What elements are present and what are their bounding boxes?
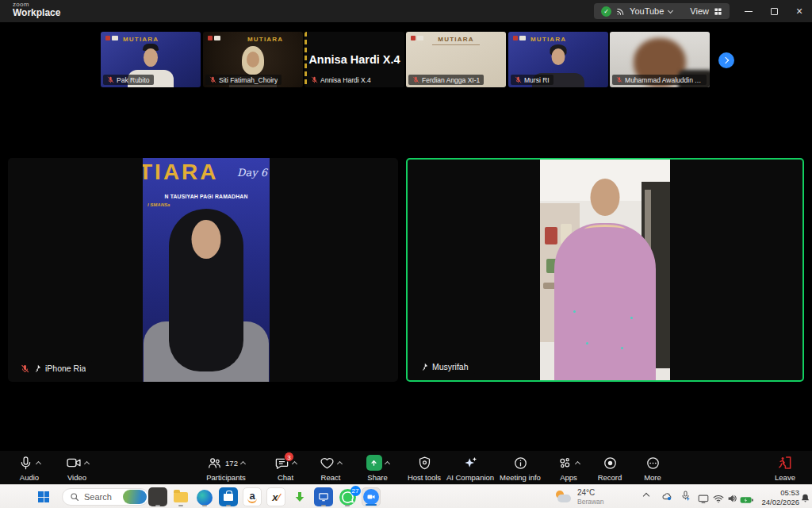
taskbar-search[interactable]: Search — [62, 488, 149, 506]
chevron-up-icon[interactable] — [384, 461, 389, 467]
live-stream-pill[interactable]: ✓ YouTube View — [594, 3, 730, 19]
next-participants-button[interactable] — [718, 52, 734, 68]
video-button[interactable]: Video — [44, 455, 110, 482]
pin-icon — [420, 363, 428, 371]
microsoft-store-icon[interactable] — [219, 487, 238, 506]
active-app-indicator — [366, 504, 377, 506]
monitor-icon — [318, 491, 329, 502]
download-manager-icon[interactable] — [290, 487, 309, 506]
muted-mic-icon — [515, 76, 522, 83]
participant-name-label: Muhammad Awaluddin Akb... — [612, 75, 707, 85]
file-explorer-icon[interactable] — [171, 487, 190, 506]
taskbar-weather-widget[interactable]: 24°C Berawan — [555, 488, 604, 506]
more-icon — [645, 456, 661, 471]
titlebar: zoom Workplace ✓ YouTube View × — [0, 0, 812, 22]
restore-icon — [771, 8, 778, 15]
open-app-indicator — [155, 505, 160, 506]
tray-expand-icon[interactable] — [643, 493, 649, 499]
wifi-icon[interactable] — [713, 492, 724, 506]
participant-name-label: Musyrifah — [414, 360, 475, 374]
muted-mic-icon — [209, 76, 216, 83]
amazon-app-icon[interactable]: a — [243, 487, 262, 506]
participant-name-label: Pak Rubito — [103, 75, 154, 85]
heart-icon — [320, 456, 335, 471]
excel-app-icon[interactable]: x∕ — [266, 487, 285, 506]
participant-name: iPhone Ria — [45, 364, 86, 373]
windows-start-button[interactable] — [38, 491, 49, 502]
chevron-up-icon[interactable] — [36, 461, 41, 467]
video-thumbnail-siti-fatimah[interactable]: MUTIARA Siti Fatimah_Choiry — [203, 32, 303, 87]
participants-button[interactable]: 172 Participants — [193, 455, 259, 482]
taskbar-clock[interactable]: 05:53 24/02/2026 — [761, 488, 799, 507]
meeting-toolbar: Audio Video 172 Participants 3 Chat Reac… — [0, 451, 812, 484]
participant-name-label: Siti Fatimah_Choiry — [205, 75, 282, 85]
store-bag-icon — [224, 494, 233, 501]
chevron-up-icon[interactable] — [337, 461, 343, 467]
leave-icon — [777, 455, 793, 471]
participant-name-label: Mursi RI — [511, 75, 553, 85]
display-icon[interactable] — [698, 492, 709, 506]
participant-name: Ferdian Angga XI-1 — [422, 76, 480, 84]
banner-day: Day 6 — [237, 167, 267, 179]
participant-figure — [591, 179, 620, 216]
participants-icon — [207, 456, 222, 471]
view-button[interactable]: View — [690, 6, 709, 16]
video-feed: TIARA Day 6 N TAUSIYAH PAGI RAMADHAN I S… — [143, 158, 270, 382]
minimize-button[interactable] — [736, 0, 761, 22]
share-screen-icon — [366, 455, 382, 471]
more-button[interactable]: More — [619, 455, 686, 482]
video-thumbnail-muhammad-awaluddin[interactable]: Muhammad Awaluddin Akb... — [610, 32, 710, 87]
search-placeholder: Search — [84, 492, 112, 502]
participant-name: Annisa Hardi X.4 — [320, 76, 371, 84]
video-thumbnail-annisa-hardi[interactable]: Annisa Hardi X.4 Annisa Hardi X.4 — [304, 32, 404, 87]
info-icon — [513, 456, 528, 471]
stage-tile-musyrifah-active-speaker[interactable]: Musyrifah — [406, 158, 804, 382]
whatsapp-logo: 27 — [339, 489, 356, 506]
shield-icon — [417, 456, 432, 471]
chevron-down-icon — [668, 7, 673, 13]
chevron-up-icon[interactable] — [240, 461, 246, 467]
banner-caption: I SMANSa — [147, 202, 170, 207]
participant-figure — [192, 220, 221, 259]
banner-title: TIARA — [143, 160, 219, 185]
participants-count: 172 — [225, 459, 238, 468]
notification-bell-icon[interactable] — [800, 492, 810, 506]
close-button[interactable]: × — [787, 0, 812, 22]
open-app-indicator — [202, 505, 207, 506]
muted-mic-icon — [107, 76, 114, 83]
stream-service-label[interactable]: YouTube — [630, 6, 664, 16]
edge-browser-icon[interactable] — [195, 487, 214, 506]
whatsapp-badge: 27 — [350, 486, 361, 496]
mic-in-use-icon[interactable] — [680, 491, 691, 505]
minimize-icon — [745, 11, 753, 12]
banner-text: MUTIARA — [406, 36, 506, 43]
video-thumbnail-pak-rubito[interactable]: MUTIARA Pak Rubito — [101, 32, 201, 87]
battery-icon[interactable] — [740, 493, 753, 507]
speaker-icon[interactable] — [727, 492, 737, 506]
onedrive-cloud-icon[interactable] — [661, 491, 673, 505]
taskbar-app-dark[interactable] — [148, 487, 167, 506]
banner-subtitle: N TAUSIYAH PAGI RAMADHAN — [143, 194, 270, 199]
restore-button[interactable] — [761, 0, 787, 22]
video-thumbnail-mursi[interactable]: MUTIARA Mursi RI — [508, 32, 608, 87]
weather-cloudy-icon — [555, 491, 573, 504]
participant-name-label: Ferdian Angga XI-1 — [408, 75, 484, 85]
zoom-app-icon[interactable] — [362, 487, 381, 506]
video-thumbnail-ferdian-angga[interactable]: MUTIARA Ferdian Angga XI-1 — [406, 32, 506, 87]
open-app-indicator — [345, 505, 350, 506]
sparkle-icon — [462, 455, 478, 471]
chevron-up-icon[interactable] — [83, 461, 89, 467]
broadcast-icon — [616, 7, 625, 16]
windows-taskbar: Search a x∕ 27 24°C Berawan 05:53 — [0, 484, 812, 508]
brand-workplace: Workplace — [13, 8, 60, 18]
chevron-up-icon[interactable] — [292, 461, 297, 467]
whatsapp-icon[interactable]: 27 — [338, 487, 357, 506]
stage-tile-iphone-ria[interactable]: TIARA Day 6 N TAUSIYAH PAGI RAMADHAN I S… — [8, 158, 398, 382]
banner-rule — [432, 44, 480, 45]
weather-temp: 24°C — [577, 488, 604, 498]
camera-icon — [66, 455, 82, 471]
search-highlight-image[interactable] — [123, 490, 147, 504]
leave-button[interactable]: Leave — [752, 455, 812, 482]
screen-share-app-icon[interactable] — [314, 487, 333, 506]
muted-mic-icon — [21, 364, 29, 373]
